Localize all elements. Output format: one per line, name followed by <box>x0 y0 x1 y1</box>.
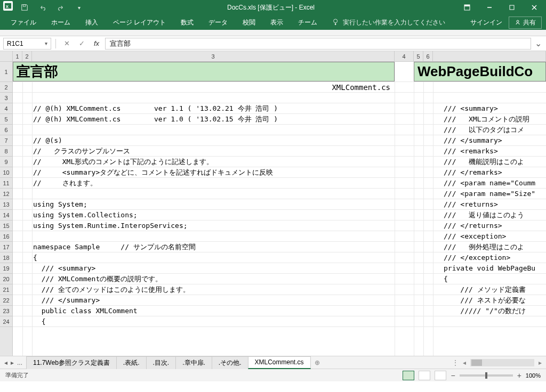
view-normal-button[interactable] <box>403 371 414 380</box>
hscroll-left-icon[interactable]: ◂ <box>463 359 466 366</box>
code-cell[interactable]: /// </returns> <box>433 220 546 231</box>
code-cell[interactable]: /// メソッド定義書 <box>433 284 546 295</box>
sheet-tab[interactable]: XMLComment.cs <box>248 356 311 369</box>
sheet-tab[interactable]: .表紙. <box>116 356 147 369</box>
tab-scroll-first-icon[interactable]: ◂ <box>4 359 7 366</box>
code-cell[interactable] <box>13 189 395 199</box>
code-cell[interactable] <box>433 316 546 326</box>
code-cell[interactable]: /// <param name="Size" <box>433 189 546 199</box>
code-cell[interactable]: /// <remarks> <box>433 146 546 156</box>
tab-scroll-last-icon[interactable]: ▸ <box>11 359 14 366</box>
row-header[interactable]: 20 <box>0 274 12 284</box>
row-header[interactable]: 8 <box>0 146 12 157</box>
formula-input[interactable]: 宣言部 <box>105 38 531 50</box>
code-cell[interactable] <box>13 125 395 135</box>
ribbon-display-icon[interactable] <box>456 0 478 15</box>
sheet-tab[interactable]: 11.7Web参照クラス定義書 <box>26 356 117 369</box>
code-cell[interactable]: /// </summary> <box>13 295 395 305</box>
code-cell[interactable]: /// 以下のタグはコメ <box>433 125 546 135</box>
code-cell[interactable]: /// <summary> <box>433 103 546 113</box>
sheet-tab[interactable]: .章中扉. <box>175 356 212 369</box>
filename-label[interactable]: XMLComment.cs <box>13 82 395 92</box>
row-header[interactable]: 18 <box>0 252 12 263</box>
ribbon-tab-表示[interactable]: 表示 <box>264 16 290 29</box>
row-header[interactable]: 14 <box>0 210 12 220</box>
code-cell[interactable]: { <box>13 252 395 263</box>
select-all-corner[interactable] <box>0 51 13 61</box>
code-cell[interactable]: /// <param name="Coumm <box>433 178 546 188</box>
column-header[interactable]: 1 <box>13 51 22 61</box>
ribbon-tab-ホーム[interactable]: ホーム <box>45 16 77 29</box>
code-cell[interactable] <box>13 93 395 103</box>
code-cell[interactable]: // クラスのサンプルソース <box>13 146 395 156</box>
code-cell[interactable]: using System; <box>13 199 395 209</box>
name-box-dropdown-icon[interactable]: ▾ <box>45 40 47 46</box>
code-cell[interactable]: /// 例外処理はこのよ <box>433 242 546 252</box>
ribbon-tab-校閲[interactable]: 校閲 <box>236 16 262 29</box>
row-header[interactable]: 10 <box>0 167 12 178</box>
row-header[interactable]: 1 <box>0 62 12 82</box>
row-header[interactable]: 23 <box>0 306 12 316</box>
code-cell[interactable]: using System.Collections; <box>13 210 395 220</box>
code-cell[interactable]: /// 全てのメソッドはこのように使用します。 <box>13 284 395 295</box>
code-cell[interactable]: /// XMLCommentの概要の説明です。 <box>13 274 395 284</box>
zoom-in-button[interactable]: + <box>517 371 521 380</box>
hscroll-right-icon[interactable]: ▸ <box>539 359 542 366</box>
row-header[interactable]: 16 <box>0 231 12 242</box>
code-cell[interactable]: /// </remarks> <box>433 167 546 177</box>
code-cell[interactable]: ///// "/"の数だけ <box>433 306 546 316</box>
code-cell[interactable] <box>13 231 395 241</box>
close-icon[interactable] <box>524 0 545 15</box>
code-cell[interactable]: /// <returns> <box>433 199 546 209</box>
ribbon-tab-数式[interactable]: 数式 <box>174 16 200 29</box>
view-page-break-button[interactable] <box>435 371 446 380</box>
code-cell[interactable]: namespace Sample // サンプルの名前空間 <box>13 242 395 252</box>
code-cell[interactable]: /// </summary> <box>433 135 546 145</box>
code-cell[interactable]: { <box>13 316 395 326</box>
column-header[interactable]: 3 <box>32 51 395 61</box>
code-cell[interactable]: { <box>433 274 546 284</box>
row-header[interactable]: 5 <box>0 114 12 125</box>
row-header[interactable]: 15 <box>0 220 12 231</box>
redo-icon[interactable] <box>54 1 67 14</box>
code-cell[interactable]: /// <exception> <box>433 231 546 241</box>
horizontal-scrollbar[interactable] <box>470 359 534 366</box>
add-sheet-button[interactable]: ⊕ <box>311 359 324 366</box>
maximize-icon[interactable] <box>501 0 523 15</box>
row-header[interactable]: 17 <box>0 242 12 252</box>
row-header[interactable]: 6 <box>0 125 12 135</box>
sheet-tab[interactable]: .目次. <box>146 356 176 369</box>
code-cell[interactable]: // @(h) XMLComment.cs ver 1.0 ( '13.02.1… <box>13 114 395 124</box>
code-cell[interactable]: // <summary>タグなどに、コメントを記述すればドキュメントに反映 <box>13 167 395 177</box>
row-header[interactable]: 7 <box>0 135 12 146</box>
zoom-slider[interactable] <box>460 374 513 377</box>
tab-more[interactable]: ... <box>17 359 22 366</box>
row-header[interactable]: 11 <box>0 178 12 189</box>
row-header[interactable]: 2 <box>0 82 12 93</box>
signin-link[interactable]: サインイン <box>470 18 502 27</box>
code-cell[interactable]: /// 返り値はこのよう <box>433 210 546 220</box>
code-cell[interactable]: /// <summary> <box>13 263 395 273</box>
fx-icon[interactable]: fx <box>90 38 103 50</box>
column-header[interactable]: 2 <box>22 51 32 61</box>
column-header[interactable]: 6 <box>423 51 433 61</box>
code-cell[interactable]: /// 機能説明はこのよ <box>433 157 546 167</box>
row-header[interactable]: 13 <box>0 199 12 210</box>
code-cell[interactable]: // されます。 <box>13 178 395 188</box>
code-cell[interactable] <box>433 93 546 103</box>
code-cell[interactable]: using System.Runtime.InteropServices; <box>13 220 395 231</box>
row-header[interactable]: 9 <box>0 157 12 167</box>
cancel-formula-icon[interactable]: ✕ <box>60 38 73 50</box>
column-header[interactable]: 5 <box>414 51 423 61</box>
row-header[interactable]: 3 <box>0 93 12 103</box>
ribbon-tab-ファイル[interactable]: ファイル <box>4 16 43 29</box>
code-cell[interactable]: /// </exception> <box>433 252 546 263</box>
row-header[interactable]: 24 <box>0 316 12 327</box>
ribbon-tab-挿入[interactable]: 挿入 <box>79 16 105 29</box>
row-header[interactable]: 21 <box>0 284 12 295</box>
qat-customize-icon[interactable]: ▾ <box>73 1 85 14</box>
row-header[interactable]: 4 <box>0 103 12 114</box>
code-cell[interactable]: /// XMLコメントの説明 <box>433 114 546 124</box>
column-header[interactable]: 4 <box>395 51 414 61</box>
share-button[interactable]: 共有 <box>509 17 542 29</box>
